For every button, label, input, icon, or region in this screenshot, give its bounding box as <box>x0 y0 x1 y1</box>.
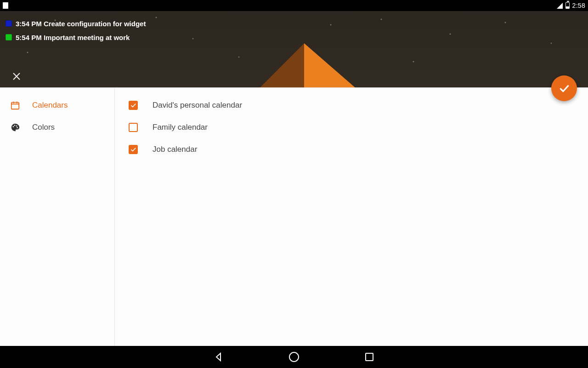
sidebar-item-colors[interactable]: Colors <box>0 116 114 138</box>
sidebar-item-label: Calendars <box>32 101 68 110</box>
check-icon <box>558 82 570 94</box>
checkbox[interactable] <box>129 101 138 110</box>
svg-point-2 <box>14 125 16 126</box>
event-title: Important meeting at work <box>44 34 130 41</box>
nav-recent-button[interactable] <box>364 351 375 362</box>
calendar-row[interactable]: David's personal calendar <box>115 94 588 116</box>
widget-event: 5:54 PM Important meeting at work <box>6 30 582 44</box>
svg-point-3 <box>16 126 17 127</box>
close-button[interactable] <box>10 70 23 83</box>
storage-icon <box>3 2 8 9</box>
event-time: 5:54 PM <box>16 34 42 41</box>
svg-rect-0 <box>11 103 19 109</box>
widget-preview: 3:54 PM Create configuration for widget … <box>6 17 582 44</box>
recent-icon <box>365 353 373 361</box>
checkbox[interactable] <box>129 145 138 154</box>
event-color-chip <box>6 34 12 40</box>
sidebar-item-calendars[interactable]: Calendars <box>0 94 114 116</box>
event-time: 3:54 PM <box>16 20 42 28</box>
back-icon <box>213 351 224 362</box>
svg-point-1 <box>13 126 14 127</box>
nav-bar <box>0 346 588 368</box>
config-sidebar: Calendars Colors <box>0 88 115 346</box>
home-icon <box>289 352 299 362</box>
nav-home-button[interactable] <box>288 351 300 362</box>
status-clock: 2:58 <box>572 2 585 9</box>
event-color-chip <box>6 20 12 27</box>
close-icon <box>11 71 22 81</box>
check-icon <box>130 102 136 109</box>
sidebar-item-label: Colors <box>32 123 55 132</box>
calendar-row[interactable]: Family calendar <box>115 116 588 138</box>
widget-event: 3:54 PM Create configuration for widget <box>6 17 582 30</box>
confirm-fab[interactable] <box>551 75 577 101</box>
config-content: David's personal calendar Family calenda… <box>115 88 588 346</box>
checkbox[interactable] <box>129 123 138 132</box>
calendar-row[interactable]: Job calendar <box>115 138 588 161</box>
status-bar: 2:58 <box>0 0 588 11</box>
calendar-icon <box>10 100 20 110</box>
config-sheet: Calendars Colors <box>0 87 588 346</box>
calendar-label: Job calendar <box>153 145 197 154</box>
palette-icon <box>10 122 20 132</box>
signal-icon <box>557 3 563 9</box>
nav-back-button[interactable] <box>213 351 224 362</box>
calendar-label: David's personal calendar <box>153 101 242 110</box>
svg-point-4 <box>17 127 18 128</box>
check-icon <box>130 146 136 153</box>
main-area: 3:54 PM Create configuration for widget … <box>0 11 588 346</box>
event-title: Create configuration for widget <box>44 20 146 28</box>
calendar-label: Family calendar <box>153 123 208 132</box>
battery-icon <box>565 2 570 9</box>
config-header <box>0 65 588 87</box>
